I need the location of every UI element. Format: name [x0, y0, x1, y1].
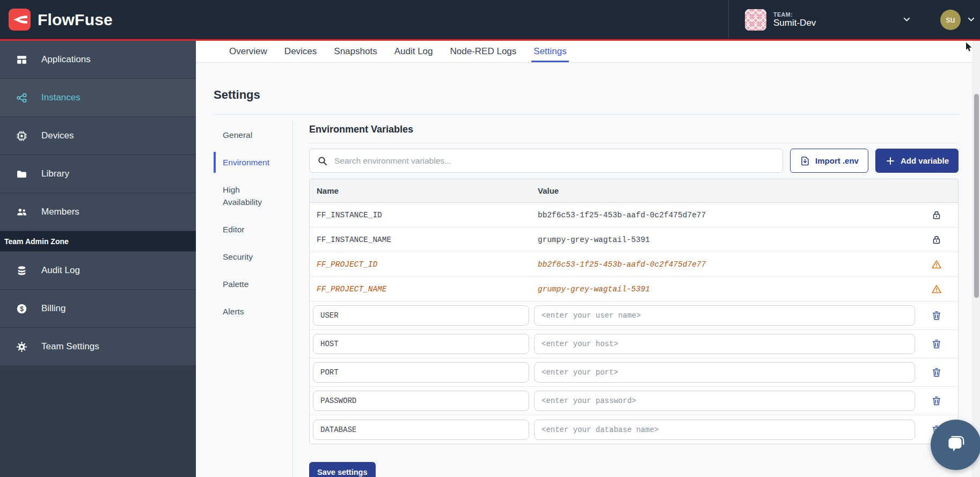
tab-nodered-logs[interactable]: Node-RED Logs	[442, 41, 525, 62]
env-var-name-input[interactable]	[313, 391, 529, 411]
header-right: TEAM: Sumit-Dev su	[728, 0, 980, 39]
section-heading: Environment Variables	[309, 123, 959, 135]
users-icon	[16, 206, 27, 218]
user-avatar: su	[940, 10, 961, 30]
env-var-name-input[interactable]	[313, 362, 529, 383]
sidebar-item-library[interactable]: Library	[0, 155, 196, 193]
subnav-item-editor[interactable]: Editor	[214, 216, 279, 243]
user-menu[interactable]: su	[921, 0, 980, 39]
lock-icon	[915, 210, 958, 221]
env-var-value: bb2f6c53-1f25-453b-aafd-0c2f475d7e77	[533, 260, 915, 269]
scrollbar-thumb[interactable]	[974, 94, 979, 298]
warning-icon	[915, 284, 958, 295]
sidebar-item-applications[interactable]: Applications	[0, 41, 196, 79]
import-env-button[interactable]: Import .env	[790, 149, 868, 173]
subnav-item-environment[interactable]: Environment	[214, 149, 279, 176]
env-var-name: FF_INSTANCE_ID	[310, 211, 533, 219]
env-var-value: grumpy-grey-wagtail-5391	[533, 285, 915, 293]
dollar-circle-icon: $	[16, 303, 27, 314]
env-variables-table: Name Value FF_INSTANCE_ID bb2f6c53-1f25-…	[309, 179, 959, 444]
env-var-name-input[interactable]	[313, 420, 529, 440]
sidebar-item-team-settings[interactable]: Team Settings	[0, 328, 196, 366]
import-file-icon	[800, 156, 810, 166]
delete-variable-button[interactable]	[930, 366, 943, 379]
chat-widget-button[interactable]	[931, 420, 980, 470]
chevron-down-icon	[966, 14, 977, 25]
brand-name: FlowFuse	[38, 11, 113, 29]
delete-variable-button[interactable]	[930, 337, 943, 350]
delete-variable-button[interactable]	[930, 309, 943, 322]
save-settings-button[interactable]: Save settings	[309, 462, 376, 477]
env-var-value-input[interactable]	[534, 305, 915, 326]
table-header: Name Value	[310, 179, 958, 203]
chat-bubble-icon	[944, 432, 968, 457]
subnav-item-security[interactable]: Security	[214, 243, 279, 270]
table-row	[310, 330, 958, 358]
env-controls: Import .env Add variable	[309, 149, 959, 173]
page-title: Settings	[214, 88, 980, 102]
table-row	[310, 358, 958, 387]
add-variable-label: Add variable	[901, 156, 949, 165]
instances-pipeline-icon	[16, 92, 27, 104]
flowfuse-logo-icon	[9, 9, 31, 31]
tab-snapshots[interactable]: Snapshots	[325, 41, 385, 62]
team-label: TEAM:	[773, 11, 816, 18]
tab-devices[interactable]: Devices	[276, 41, 325, 62]
subnav-item-alerts[interactable]: Alerts	[214, 298, 279, 325]
search-box	[309, 149, 783, 173]
table-row	[310, 302, 958, 330]
tab-overview[interactable]: Overview	[221, 41, 276, 62]
subnav-item-high-availability[interactable]: High Availability	[214, 176, 279, 216]
tab-audit-log[interactable]: Audit Log	[386, 41, 442, 62]
trash-icon	[931, 367, 942, 378]
sidebar-item-label: Billing	[41, 303, 65, 314]
subnav-item-general[interactable]: General	[214, 121, 279, 149]
team-name: Sumit-Dev	[773, 18, 816, 28]
section-divider	[309, 143, 959, 143]
table-row: FF_PROJECT_ID bb2f6c53-1f25-453b-aafd-0c…	[310, 252, 958, 277]
delete-variable-button[interactable]	[930, 394, 943, 407]
trash-icon	[931, 395, 942, 406]
team-selector[interactable]: TEAM: Sumit-Dev	[729, 0, 921, 39]
gear-icon	[16, 341, 27, 353]
env-var-value-input[interactable]	[534, 420, 915, 440]
sidebar-item-label: Audit Log	[41, 265, 80, 276]
sidebar-item-instances[interactable]: Instances	[0, 79, 196, 117]
env-var-value: bb2f6c53-1f25-453b-aafd-0c2f475d7e77	[533, 211, 915, 219]
env-var-name: FF_PROJECT_NAME	[310, 285, 533, 293]
sidebar-item-members[interactable]: Members	[0, 193, 196, 231]
home-link[interactable]: FlowFuse	[0, 9, 113, 31]
sidebar: Applications Instances Devi	[0, 41, 196, 477]
search-input[interactable]	[334, 156, 775, 166]
sidebar-item-audit-log[interactable]: Audit Log	[0, 252, 196, 290]
plus-icon	[885, 156, 896, 166]
environment-section: Environment Variables	[309, 121, 980, 477]
folder-icon	[16, 168, 27, 180]
applications-grid-icon	[16, 54, 27, 65]
main-area: Overview Devices Snapshots Audit Log Nod…	[196, 41, 980, 477]
add-variable-button[interactable]: Add variable	[875, 149, 959, 173]
sidebar-item-billing[interactable]: $ Billing	[0, 290, 196, 328]
env-var-name-input[interactable]	[313, 305, 529, 326]
table-row: FF_PROJECT_NAME grumpy-grey-wagtail-5391	[310, 277, 958, 302]
search-icon	[317, 156, 328, 166]
sidebar-item-label: Members	[41, 207, 79, 217]
scrollbar-track[interactable]	[972, 41, 980, 477]
column-header-name: Name	[310, 186, 533, 195]
sidebar-item-label: Devices	[41, 130, 74, 141]
subnav-item-palette[interactable]: Palette	[214, 270, 279, 298]
env-var-value-input[interactable]	[534, 391, 915, 411]
env-var-value-input[interactable]	[534, 362, 915, 383]
env-var-name-input[interactable]	[313, 334, 529, 354]
env-var-value-input[interactable]	[534, 334, 915, 354]
tab-settings[interactable]: Settings	[525, 41, 575, 62]
chevron-down-icon	[901, 14, 912, 25]
subnav-divider	[292, 121, 293, 477]
sidebar-item-devices[interactable]: Devices	[0, 117, 196, 155]
sidebar-item-label: Applications	[41, 54, 91, 65]
team-texts: TEAM: Sumit-Dev	[773, 11, 816, 28]
env-var-name: FF_INSTANCE_NAME	[310, 236, 533, 244]
settings-subnav: General Environment High Availability Ed…	[214, 121, 292, 477]
warning-icon	[915, 259, 958, 270]
env-var-name: FF_PROJECT_ID	[310, 260, 533, 269]
